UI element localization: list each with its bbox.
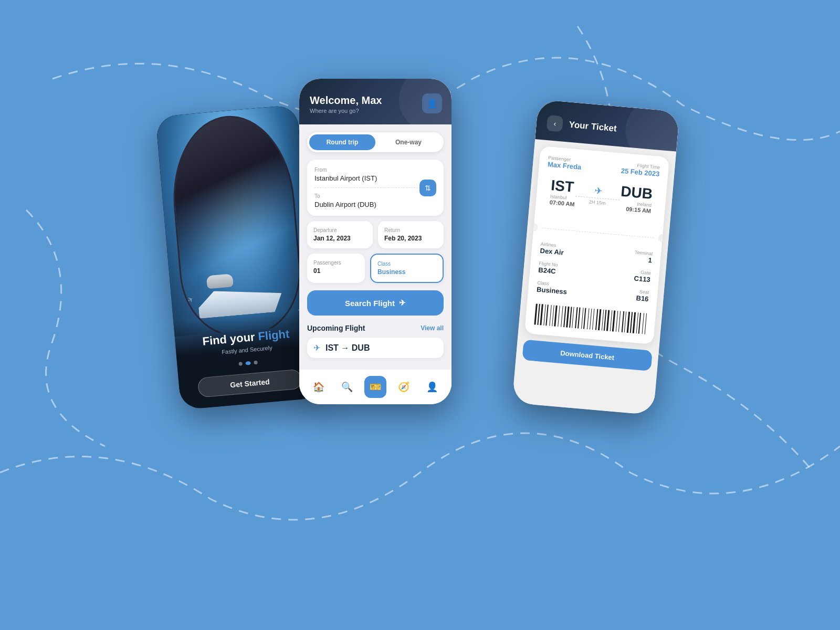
- pax-class-row: Passengers 01 Class Business: [307, 254, 444, 283]
- route-divider: [314, 187, 436, 188]
- class-label: Class: [377, 261, 436, 267]
- origin-code: IST: [550, 177, 576, 196]
- passengers-label: Passengers: [313, 260, 359, 266]
- upcoming-title: Upcoming Flight: [307, 324, 365, 332]
- airlines-info: Airlines Dex Air: [540, 242, 594, 259]
- upcoming-header: Upcoming Flight View all: [307, 324, 444, 332]
- phones-container: ✈ ✈ Find your Flight Fastly and Securely…: [184, 79, 656, 551]
- return-label: Return: [384, 227, 437, 233]
- phone-right: ‹ Your Ticket Passenger Max Freda: [512, 99, 680, 415]
- engine: [206, 274, 234, 289]
- download-ticket-button[interactable]: Download Ticket: [522, 340, 652, 371]
- one-way-button[interactable]: One-way: [375, 134, 442, 150]
- nav-search-icon[interactable]: 🔍: [336, 376, 358, 398]
- ticket-card: Passenger Max Freda Flight Time 25 Feb 2…: [524, 146, 669, 344]
- dates-row: Departure Jan 12, 2023 Return Feb 20, 20…: [307, 221, 444, 248]
- to-label: To: [314, 193, 436, 199]
- departure-field[interactable]: Departure Jan 12, 2023: [307, 221, 373, 248]
- ticket-title: Your Ticket: [569, 120, 617, 134]
- ticket-top-section: Passenger Max Freda Flight Time 25 Feb 2…: [534, 146, 669, 230]
- airplane-window-image: [155, 104, 316, 337]
- nav-compass-icon[interactable]: 🧭: [393, 376, 415, 398]
- user-avatar[interactable]: 👤: [422, 93, 442, 113]
- trip-type-toggle[interactable]: Round trip One-way: [307, 132, 444, 152]
- dot-3: [254, 361, 258, 365]
- gate-info: Gate C113: [597, 266, 651, 284]
- departure-label: Departure: [313, 227, 366, 233]
- terminal-info: Terminal 1: [599, 247, 653, 265]
- center-phone-body: Round trip One-way From Istanbul Airport…: [299, 124, 452, 369]
- flight-time-info: Flight Time 25 Feb 2023: [621, 162, 660, 178]
- passengers-value: 01: [313, 267, 359, 275]
- passenger-info: Passenger Max Freda: [547, 155, 582, 171]
- upcoming-route-codes: IST → DUB: [326, 343, 370, 353]
- duration-text: 2H 15m: [589, 199, 606, 206]
- round-trip-button[interactable]: Round trip: [309, 134, 375, 150]
- search-flight-button[interactable]: Search Flight ✈: [307, 290, 444, 316]
- dot-2-active: [245, 361, 251, 365]
- ticket-mid-dashed: [542, 227, 654, 238]
- ticket-body: Passenger Max Freda Flight Time 25 Feb 2…: [512, 139, 676, 415]
- from-label: From: [314, 167, 436, 173]
- bottom-navigation: 🏠 🔍 🎫 🧭 👤: [299, 369, 452, 404]
- return-field[interactable]: Return Feb 20, 2023: [378, 221, 444, 248]
- origin-info: IST Istanbul 07:00 AM: [549, 177, 576, 207]
- passenger-info-row: Passenger Max Freda Flight Time 25 Feb 2…: [547, 155, 660, 178]
- to-value[interactable]: Dublin Airport (DUB): [314, 201, 436, 208]
- nav-ticket-icon[interactable]: 🎫: [364, 376, 386, 398]
- swap-button[interactable]: ⇅: [419, 180, 436, 196]
- dot-1: [238, 362, 243, 366]
- route-visual: IST Istanbul 07:00 AM ✈ 2H 15m DUB: [544, 176, 658, 214]
- search-plane-icon: ✈: [399, 298, 406, 308]
- ticket-header-decoration: [623, 99, 679, 151]
- from-value[interactable]: Istanbul Airport (IST): [314, 174, 436, 182]
- passengers-field[interactable]: Passengers 01: [307, 254, 365, 283]
- seat-info: Seat B16: [595, 285, 649, 303]
- search-flight-label: Search Flight: [345, 299, 395, 308]
- find-your-flight-title: Find your Flight: [202, 327, 290, 349]
- class-info: Class Business: [537, 280, 591, 298]
- class-field[interactable]: Class Business: [370, 254, 444, 283]
- upcoming-flight-card[interactable]: ✈ IST → DUB: [307, 338, 444, 358]
- get-started-button[interactable]: Get Started: [197, 369, 302, 398]
- center-phone-header: Welcome, Max Where are you go? 👤: [299, 79, 452, 124]
- phone-left: ✈ ✈ Find your Flight Fastly and Securely…: [155, 104, 322, 410]
- center-plane-icon: ✈: [594, 185, 603, 197]
- barcode: [534, 303, 647, 334]
- nav-home-icon[interactable]: 🏠: [308, 376, 330, 398]
- upcoming-plane-icon: ✈: [313, 343, 320, 353]
- flight-no-info: Flight No B24C: [538, 261, 592, 279]
- departure-value: Jan 12, 2023: [313, 235, 366, 242]
- avatar-icon: 👤: [427, 99, 437, 109]
- dest-code: DUB: [620, 183, 653, 203]
- plane-wing: [180, 270, 278, 320]
- nav-profile-icon[interactable]: 👤: [421, 376, 443, 398]
- notch-right: [658, 234, 667, 243]
- ticket-details-grid: Airlines Dex Air Terminal 1 Flight No B2…: [528, 235, 662, 309]
- destination-info: DUB Ireland 09:15 AM: [619, 183, 653, 214]
- return-value: Feb 20, 2023: [384, 235, 437, 242]
- view-all-link[interactable]: View all: [421, 324, 444, 332]
- phone-center: Welcome, Max Where are you go? 👤 Round t…: [299, 79, 452, 404]
- flight-line: ✈ 2H 15m: [575, 183, 621, 207]
- route-card: From Istanbul Airport (IST) To Dublin Ai…: [307, 160, 444, 216]
- notch-left: [529, 223, 538, 232]
- back-button[interactable]: ‹: [547, 115, 564, 132]
- pagination-dots: [238, 361, 257, 366]
- class-value: Business: [377, 268, 436, 276]
